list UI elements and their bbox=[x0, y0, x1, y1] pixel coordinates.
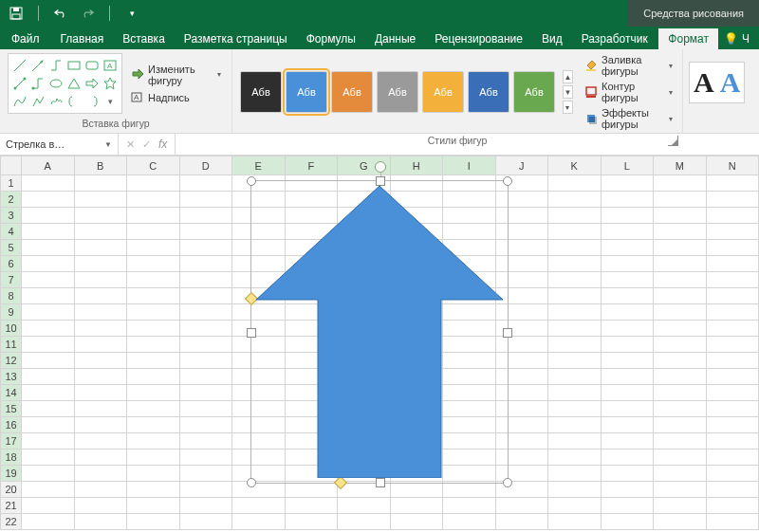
row-header-6[interactable]: 6 bbox=[1, 256, 22, 272]
row-header-21[interactable]: 21 bbox=[1, 498, 22, 514]
column-header-F[interactable]: F bbox=[285, 156, 338, 175]
cell-B7[interactable] bbox=[74, 272, 127, 288]
cell-M19[interactable] bbox=[654, 466, 707, 482]
cell-B12[interactable] bbox=[74, 353, 127, 369]
column-header-E[interactable]: E bbox=[232, 156, 286, 175]
cell-C16[interactable] bbox=[127, 417, 180, 433]
cell-C18[interactable] bbox=[127, 449, 180, 466]
cell-A18[interactable] bbox=[22, 449, 75, 466]
row-header-5[interactable]: 5 bbox=[1, 240, 22, 256]
cell-A12[interactable] bbox=[22, 353, 75, 369]
cell-L4[interactable] bbox=[601, 224, 654, 240]
cell-L14[interactable] bbox=[601, 385, 654, 401]
cell-L22[interactable] bbox=[601, 514, 654, 530]
tab-format[interactable]: Формат bbox=[658, 28, 718, 49]
gallery-scroll-down-button[interactable]: ▼ bbox=[563, 85, 573, 99]
cell-C5[interactable] bbox=[127, 240, 180, 256]
cell-K6[interactable] bbox=[548, 256, 602, 272]
cell-C14[interactable] bbox=[127, 385, 180, 401]
cell-B8[interactable] bbox=[74, 288, 127, 304]
cell-L8[interactable] bbox=[601, 288, 654, 304]
cell-C12[interactable] bbox=[127, 353, 180, 369]
shape-arrow-line-icon[interactable] bbox=[30, 58, 46, 73]
cell-B5[interactable] bbox=[74, 240, 127, 256]
cell-C6[interactable] bbox=[127, 256, 180, 272]
cell-A21[interactable] bbox=[22, 498, 75, 514]
shape-style-swatch-4[interactable]: Абв bbox=[422, 71, 464, 113]
cell-C21[interactable] bbox=[127, 498, 180, 514]
cell-C17[interactable] bbox=[127, 433, 180, 449]
cell-L3[interactable] bbox=[601, 208, 654, 224]
cell-H20[interactable] bbox=[390, 482, 443, 498]
shape-style-swatch-3[interactable]: Абв bbox=[377, 71, 418, 113]
shape-bracket-icon[interactable] bbox=[84, 94, 100, 109]
cell-G22[interactable] bbox=[338, 514, 391, 530]
cell-D16[interactable] bbox=[179, 417, 232, 433]
cell-M11[interactable] bbox=[654, 337, 707, 353]
cell-D9[interactable] bbox=[179, 304, 232, 321]
cell-A9[interactable] bbox=[22, 304, 75, 321]
column-header-H[interactable]: H bbox=[390, 156, 443, 175]
cell-A8[interactable] bbox=[22, 288, 75, 304]
cell-K20[interactable] bbox=[548, 482, 602, 498]
cell-N4[interactable] bbox=[706, 224, 759, 240]
cell-D5[interactable] bbox=[179, 240, 232, 256]
shape-style-gallery[interactable]: АбвАбвАбвАбвАбвАбвАбв bbox=[240, 71, 555, 113]
cell-C9[interactable] bbox=[127, 304, 180, 321]
cell-A6[interactable] bbox=[22, 256, 75, 272]
column-header-L[interactable]: L bbox=[601, 156, 654, 175]
row-header-2[interactable]: 2 bbox=[1, 192, 22, 208]
cell-B14[interactable] bbox=[74, 385, 127, 401]
cell-H21[interactable] bbox=[390, 498, 443, 514]
column-header-B[interactable]: B bbox=[74, 156, 127, 175]
qat-customize-icon[interactable]: ▾ bbox=[125, 7, 139, 20]
row-header-10[interactable]: 10 bbox=[1, 321, 22, 337]
cell-A13[interactable] bbox=[22, 369, 75, 385]
save-icon[interactable] bbox=[9, 7, 23, 20]
cell-B17[interactable] bbox=[74, 433, 127, 449]
cell-K19[interactable] bbox=[548, 466, 602, 482]
cell-B13[interactable] bbox=[74, 369, 127, 385]
cell-M5[interactable] bbox=[654, 240, 707, 256]
cell-H22[interactable] bbox=[390, 514, 443, 530]
cell-N7[interactable] bbox=[706, 272, 759, 288]
cell-L21[interactable] bbox=[601, 498, 654, 514]
resize-handle-br[interactable] bbox=[503, 478, 512, 487]
shape-style-swatch-1[interactable]: Абв bbox=[286, 71, 327, 113]
cell-L19[interactable] bbox=[601, 466, 654, 482]
cell-C20[interactable] bbox=[127, 482, 180, 498]
worksheet-area[interactable]: ABCDEFGHIJKLMN 1234567891011121314151617… bbox=[0, 156, 759, 532]
cell-D13[interactable] bbox=[179, 369, 232, 385]
cell-M17[interactable] bbox=[654, 433, 707, 449]
cell-C2[interactable] bbox=[127, 192, 180, 208]
row-header-4[interactable]: 4 bbox=[1, 224, 22, 240]
cell-J21[interactable] bbox=[495, 498, 548, 514]
cell-K15[interactable] bbox=[548, 401, 602, 417]
cell-M14[interactable] bbox=[654, 385, 707, 401]
cell-N14[interactable] bbox=[706, 385, 759, 401]
cell-N18[interactable] bbox=[706, 449, 759, 466]
cell-N8[interactable] bbox=[706, 288, 759, 304]
cell-B9[interactable] bbox=[74, 304, 127, 321]
shape-more-icon[interactable]: ▾ bbox=[102, 94, 118, 109]
column-header-I[interactable]: I bbox=[443, 156, 496, 175]
cell-B4[interactable] bbox=[74, 224, 127, 240]
tab-data[interactable]: Данные bbox=[365, 28, 425, 49]
column-header-A[interactable]: A bbox=[22, 156, 75, 175]
shape-selection[interactable] bbox=[250, 180, 509, 484]
cell-C3[interactable] bbox=[127, 208, 180, 224]
cell-F21[interactable] bbox=[285, 498, 338, 514]
cell-N17[interactable] bbox=[706, 433, 759, 449]
cell-C13[interactable] bbox=[127, 369, 180, 385]
cell-B22[interactable] bbox=[74, 514, 127, 530]
resize-handle-mr[interactable] bbox=[503, 328, 512, 338]
tab-developer[interactable]: Разработчик bbox=[572, 28, 657, 49]
row-header-13[interactable]: 13 bbox=[1, 369, 22, 385]
cell-D22[interactable] bbox=[179, 514, 232, 530]
column-header-M[interactable]: M bbox=[654, 156, 707, 175]
tab-insert[interactable]: Вставка bbox=[113, 28, 175, 49]
row-header-22[interactable]: 22 bbox=[1, 514, 22, 530]
resize-handle-tl[interactable] bbox=[247, 176, 256, 186]
cell-K16[interactable] bbox=[548, 417, 602, 433]
cell-M2[interactable] bbox=[654, 192, 707, 208]
